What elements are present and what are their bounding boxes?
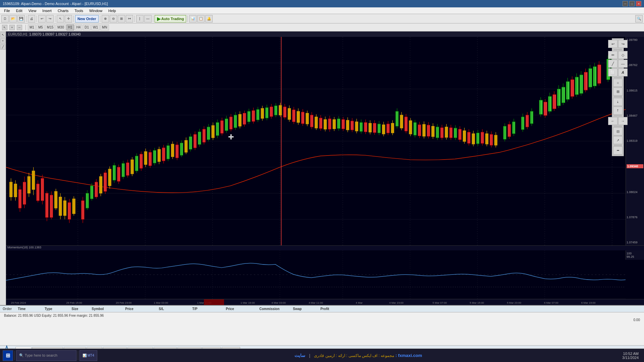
price-label-3: 1.08615 [627, 89, 643, 92]
plus-left-tool[interactable]: + [0, 38, 6, 44]
menu-help[interactable]: Help [106, 8, 119, 13]
rect-tool[interactable]: ⬜ [608, 68, 618, 76]
mom-price-high: 100 [627, 252, 643, 255]
window-controls: ─ □ ✕ [623, 1, 641, 6]
forward-tool[interactable]: → [618, 117, 628, 125]
tf-h1[interactable]: H1 [66, 24, 74, 31]
tools-sep-5 [614, 126, 622, 126]
close-button[interactable]: ✕ [636, 1, 641, 6]
circle-tool[interactable]: ○ [613, 79, 623, 87]
period-sep-button[interactable]: | [136, 15, 144, 22]
line-button[interactable]: — [144, 15, 152, 22]
taskbar-date: 3/11/2024 [622, 356, 639, 360]
cursor-button[interactable]: ↖ [57, 15, 64, 22]
grid-tool[interactable]: ⊞ [613, 87, 623, 96]
tf-mn[interactable]: MN [100, 24, 109, 31]
col-tp: T/P [192, 307, 226, 311]
search-button[interactable]: 🔍 [635, 15, 643, 22]
tf-m5[interactable]: M5 [37, 24, 45, 31]
time-axis: 29 Feb 2024 29 Feb 15:00 29 Feb 23:00 1 … [6, 299, 644, 305]
tf-m1[interactable]: M1 [28, 24, 36, 31]
more-tool[interactable]: ••• [613, 146, 623, 155]
toolbar-sep-4 [73, 15, 74, 22]
menu-edit[interactable]: Edit [13, 8, 25, 13]
fit-button[interactable]: ⊞ [118, 15, 125, 22]
magnet-tool[interactable]: ✏ [608, 51, 618, 59]
tf-h4[interactable]: H4 [75, 24, 83, 31]
tf-m30[interactable]: M30 [56, 24, 65, 31]
menu-insert[interactable]: Insert [40, 8, 54, 13]
pencil-tool[interactable]: ╱ [608, 60, 618, 68]
col-size: Size [71, 307, 92, 311]
scroll-end-button[interactable]: ↦ [126, 15, 133, 22]
col-symbol: Symbol [92, 307, 125, 311]
text-tool[interactable]: A [618, 68, 628, 76]
tf-w1[interactable]: W1 [91, 24, 100, 31]
toolbar-sep-3 [55, 15, 55, 22]
search-bar[interactable]: 🔍 Type here to search [16, 350, 76, 361]
price-label-1: 1.09780 [627, 38, 643, 42]
main-chart[interactable]: 1.09780 1.08762 1.08615 1.08467 1.08319 … [6, 37, 644, 245]
layout-tool[interactable]: ⊟ [613, 127, 623, 135]
upload-tool[interactable]: ⤒ [613, 107, 623, 115]
undo-button[interactable]: ↩ [38, 15, 46, 22]
col-commission: Commission [259, 307, 293, 311]
tf-m15[interactable]: M15 [45, 24, 55, 31]
back-tool[interactable]: ← [608, 117, 618, 125]
menu-file[interactable]: File [1, 8, 13, 13]
start-button[interactable]: ⊞ [3, 350, 13, 361]
menu-window[interactable]: Window [87, 8, 105, 13]
symbol-label: EURUSD,H1 [8, 33, 29, 36]
templates-button[interactable]: 📋 [197, 15, 205, 22]
redo-tool[interactable]: ↪ [618, 40, 628, 48]
line-tool[interactable]: ─ [17, 25, 22, 30]
time-label-13: 5 Mar 23:00 [507, 301, 521, 304]
autotrading-button[interactable]: ▶ Auto Trading [155, 15, 186, 22]
undo-tool[interactable]: ↩ [608, 40, 618, 48]
right-tools-panel: ↩ ↪ ✏ ◇ ╱ — ⬜ A ○ ⊞ [612, 38, 624, 156]
time-label-15: 6 Mar 19:00 [581, 301, 596, 304]
zoom-out-button[interactable]: ⊖ [110, 15, 117, 22]
open-button[interactable]: 📂 [9, 15, 17, 22]
time-label-14: 6 Mar 07:00 [544, 301, 558, 304]
tools-sep-6 [614, 145, 622, 145]
tf-d1[interactable]: D1 [83, 24, 91, 31]
diamond-tool[interactable]: ◇ [618, 51, 628, 59]
price-label-4: 1.08467 [627, 114, 643, 117]
line-left-tool[interactable]: ╱ [0, 44, 6, 50]
share-tool[interactable]: ↗ [613, 136, 623, 144]
indicators-button[interactable]: 📊 [189, 15, 197, 22]
new-order-button[interactable]: New Order [75, 15, 99, 22]
alert-button[interactable]: 🔔 [205, 15, 213, 22]
screenshot-tool[interactable]: ⤓ [613, 98, 623, 106]
momentum-header: Momentum(18) 100.1383 [6, 246, 644, 250]
menu-tools[interactable]: Tools [72, 8, 86, 13]
tools-sep-1 [614, 50, 622, 50]
line-tool-rt[interactable]: — [618, 60, 628, 68]
toolbar-sep-1 [26, 15, 26, 22]
maximize-button[interactable]: □ [629, 1, 635, 6]
new-chart-button[interactable]: 🗋 [1, 15, 9, 22]
tools-sep-2 [614, 77, 622, 78]
crosshair-button[interactable]: ✛ [65, 15, 72, 22]
col-profit: Profit [320, 307, 332, 311]
redo-button[interactable]: ↪ [46, 15, 54, 22]
windows-taskbar: ⊞ 🔍 Type here to search 📊 MT4 مجموعه : ا… [0, 349, 644, 362]
menu-bar: File Edit View Insert Charts Tools Windo… [0, 7, 644, 14]
menu-view[interactable]: View [26, 8, 39, 13]
plus-tool[interactable]: + [9, 25, 15, 30]
toolbar-sep-5 [100, 15, 100, 22]
print-button[interactable]: 🖨 [28, 15, 35, 22]
arrow-tool[interactable]: ↖ [2, 25, 7, 30]
arrow-left-tool[interactable]: ↖ [0, 32, 6, 38]
menu-charts[interactable]: Charts [55, 8, 71, 13]
time-label-4: 1 Mar 03:00 [154, 301, 168, 304]
col-price2: Price [226, 307, 259, 311]
minimize-button[interactable]: ─ [623, 1, 628, 6]
save-button[interactable]: 💾 [17, 15, 25, 22]
mt4-taskbar-item[interactable]: 📊 MT4 [79, 350, 97, 361]
zoom-in-button[interactable]: ⊕ [102, 15, 109, 22]
mom-price-low: 99.25 [627, 255, 643, 258]
arabic-text: مجموعه : اف ایکس ماکسی : ارائه : ارمین ق… [314, 353, 394, 358]
price-display: 1.09370 1.09397 1.09327 1.09340 [29, 33, 80, 36]
